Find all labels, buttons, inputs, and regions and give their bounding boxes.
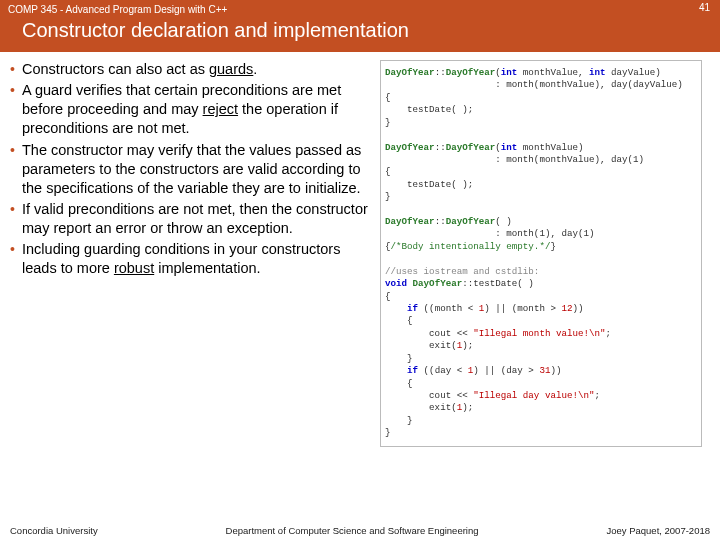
list-item: If valid preconditions are not met, then… (8, 200, 374, 238)
list-item: Including guarding conditions in your co… (8, 240, 374, 278)
bullet-list: Constructors can also act as guards. A g… (8, 60, 374, 278)
slide-footer: Concordia University Department of Compu… (0, 525, 720, 536)
slide-header: COMP 345 - Advanced Program Design with … (0, 0, 720, 52)
code-snippet: DayOfYear::DayOfYear(int monthValue, int… (380, 60, 702, 447)
list-item: Constructors can also act as guards. (8, 60, 374, 79)
slide-content: Constructors can also act as guards. A g… (0, 52, 720, 447)
slide-title: Constructor declaration and implementati… (0, 15, 720, 42)
bullet-column: Constructors can also act as guards. A g… (8, 60, 380, 447)
list-item: The constructor may verify that the valu… (8, 141, 374, 198)
footer-author: Joey Paquet, 2007-2018 (606, 525, 710, 536)
list-item: A guard verifies that certain preconditi… (8, 81, 374, 138)
footer-university: Concordia University (10, 525, 98, 536)
page-number: 41 (699, 2, 710, 13)
footer-department: Department of Computer Science and Softw… (226, 525, 479, 536)
course-code: COMP 345 - Advanced Program Design with … (0, 0, 720, 15)
